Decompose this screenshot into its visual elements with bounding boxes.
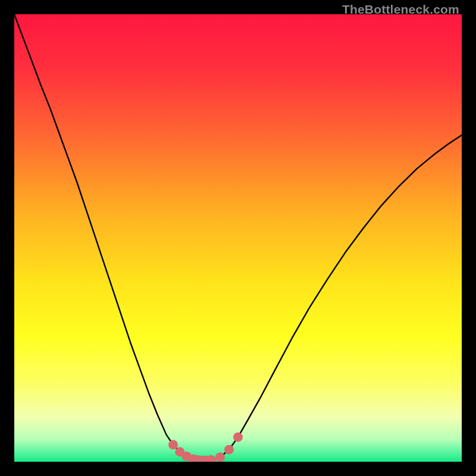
curve-marker (224, 445, 234, 455)
watermark-text: TheBottleneck.com (342, 2, 459, 17)
curve-layer (14, 14, 462, 462)
curve-marker (168, 440, 178, 449)
curve-markers (168, 433, 243, 462)
bottleneck-curve (14, 14, 462, 461)
chart-frame: TheBottleneck.com (0, 0, 476, 476)
plot-area (14, 14, 462, 462)
curve-marker (233, 433, 243, 442)
curve-marker (215, 452, 225, 462)
